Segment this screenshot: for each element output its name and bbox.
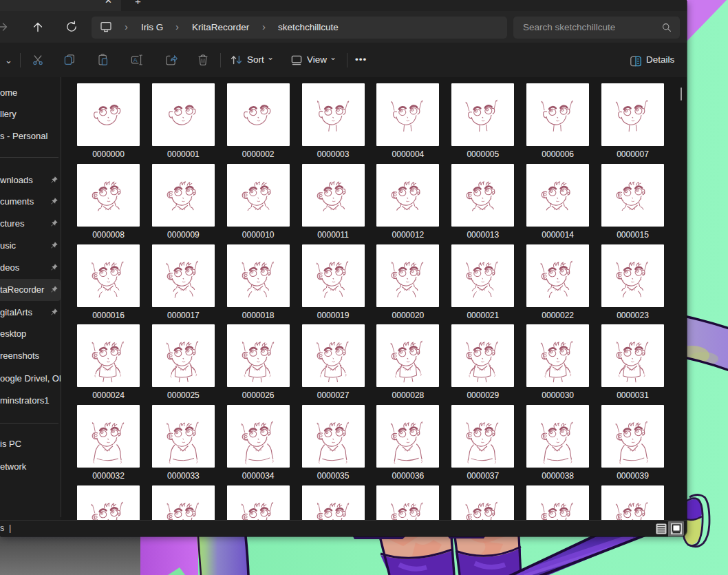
svg-text:A: A <box>133 56 137 63</box>
